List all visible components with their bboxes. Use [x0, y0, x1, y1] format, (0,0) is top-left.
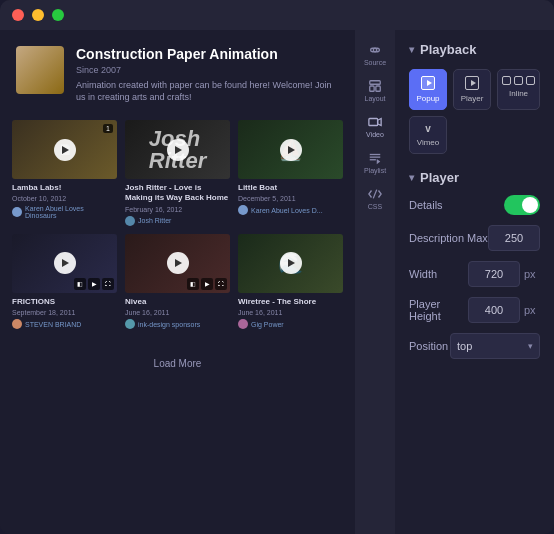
play-button[interactable]: [167, 252, 189, 274]
app-window: Construction Paper Animation Since 2007 …: [0, 0, 554, 534]
link-icon: [368, 43, 382, 57]
width-control: px: [468, 261, 540, 287]
channel-avatar: [16, 46, 64, 94]
description-max-label: Description Max: [409, 232, 488, 244]
video-date: June 16, 2011: [125, 309, 230, 316]
sidebar-item-video[interactable]: Video: [359, 110, 391, 142]
popup-label: Popup: [416, 94, 439, 103]
video-date: December 5, 2011: [238, 195, 343, 202]
video-thumbnail: JoshRitter: [125, 120, 230, 179]
svg-line-8: [373, 189, 377, 198]
video-thumbnail: ◧ ▶ ⛶: [12, 234, 117, 293]
video-author: ink-design sponsors: [125, 319, 230, 329]
avatar-image: [16, 46, 64, 94]
channel-info: Construction Paper Animation Since 2007 …: [76, 46, 339, 104]
author-name: STEVEN BRIAND: [25, 321, 81, 328]
description-max-input[interactable]: [488, 225, 540, 251]
titlebar: [0, 0, 554, 30]
height-unit: px: [524, 304, 540, 316]
close-dot[interactable]: [12, 9, 24, 21]
video-title: Josh Ritter - Love is Making its Way Bac…: [125, 183, 230, 204]
width-unit: px: [524, 268, 540, 280]
details-toggle[interactable]: [504, 195, 540, 215]
video-card[interactable]: ⛵ Little Boat December 5, 2011 Karen Abu…: [238, 120, 343, 226]
vimeo-logo: v: [425, 123, 431, 134]
author-avatar: [125, 319, 135, 329]
channel-since: Since 2007: [76, 65, 339, 75]
height-label: Player Height: [409, 298, 468, 322]
sidebar-label-playlist: Playlist: [364, 167, 386, 174]
playback-option-vimeo[interactable]: v Vimeo: [409, 116, 447, 154]
load-more-button[interactable]: Load More: [154, 358, 202, 369]
width-label: Width: [409, 268, 437, 280]
author-avatar: [238, 205, 248, 215]
player-title: Player: [420, 170, 459, 185]
svg-rect-1: [370, 86, 374, 91]
video-date: February 16, 2012: [125, 206, 230, 213]
video-title: Wiretree - The Shore: [238, 297, 343, 307]
playback-option-inline[interactable]: Inline: [497, 69, 540, 110]
height-row: Player Height px: [409, 297, 540, 323]
thumb-icon: ◧: [74, 278, 86, 290]
video-card[interactable]: 📄 1 Lamba Labs! October 10, 2012 Karen A…: [12, 120, 117, 226]
details-row: Details: [409, 195, 540, 215]
minimize-dot[interactable]: [32, 9, 44, 21]
video-thumbnail: ⛵: [238, 120, 343, 179]
author-avatar: [12, 319, 22, 329]
author-avatar: [238, 319, 248, 329]
sidebar-item-playlist[interactable]: Playlist: [359, 146, 391, 178]
popup-play-icon: [421, 76, 435, 90]
height-input[interactable]: [468, 297, 520, 323]
video-author: Karen Abuel Loves D...: [238, 205, 343, 215]
settings-panel: ▾ Playback Popup: [395, 30, 554, 534]
playback-option-popup[interactable]: Popup: [409, 69, 447, 110]
layout-icon: [368, 79, 382, 93]
video-card[interactable]: ◧ ▶ ⛶ Nivea June 16, 2011 ink-design spo…: [125, 234, 230, 329]
inline-icon-sm: [502, 76, 511, 85]
svg-rect-2: [376, 86, 380, 91]
playlist-icon: [368, 151, 382, 165]
vimeo-channel-panel: Construction Paper Animation Since 2007 …: [0, 30, 355, 534]
channel-description: Animation created with paper can be foun…: [76, 79, 339, 104]
video-card[interactable]: ◧ ▶ ⛶ FRICTIONS September 18, 2011 STEVE…: [12, 234, 117, 329]
play-button[interactable]: [54, 139, 76, 161]
video-icon: [368, 115, 382, 129]
chevron-down-icon: ▾: [409, 172, 414, 183]
video-thumbnail: ◧ ▶ ⛶: [125, 234, 230, 293]
popup-icon-row: [421, 76, 435, 90]
description-max-row: Description Max: [409, 225, 540, 251]
author-name: Gig Power: [251, 321, 284, 328]
play-button[interactable]: [280, 252, 302, 274]
video-author: Karen Abuel Loves Dinosaurs: [12, 205, 117, 219]
player-section: ▾ Player Details Description Max: [409, 170, 540, 359]
video-title: Lamba Labs!: [12, 183, 117, 193]
video-thumbnail: 🌊: [238, 234, 343, 293]
channel-name: Construction Paper Animation: [76, 46, 339, 63]
css-icon: [368, 187, 382, 201]
player-play-icon: [465, 76, 479, 90]
sidebar-item-css[interactable]: CSS: [359, 182, 391, 214]
video-card[interactable]: 🌊 Wiretree - The Shore June 16, 2011 Gig…: [238, 234, 343, 329]
inline-label: Inline: [509, 89, 528, 98]
svg-rect-0: [370, 80, 381, 84]
description-max-control: [488, 225, 540, 251]
maximize-dot[interactable]: [52, 9, 64, 21]
sidebar-item-layout[interactable]: Layout: [359, 74, 391, 106]
position-select[interactable]: top ▾: [450, 333, 540, 359]
width-input[interactable]: [468, 261, 520, 287]
video-card[interactable]: JoshRitter Josh Ritter - Love is Making …: [125, 120, 230, 226]
thumb-badge: 1: [103, 124, 113, 133]
video-date: September 18, 2011: [12, 309, 117, 316]
position-row: Position top ▾: [409, 333, 540, 359]
video-grid: 📄 1 Lamba Labs! October 10, 2012 Karen A…: [0, 120, 355, 341]
video-title: FRICTIONS: [12, 297, 117, 307]
thumb-icons: ◧ ▶ ⛶: [187, 278, 227, 290]
play-button[interactable]: [54, 252, 76, 274]
author-avatar: [12, 207, 22, 217]
sidebar-item-source[interactable]: Source: [359, 38, 391, 70]
author-avatar: [125, 216, 135, 226]
playback-option-player[interactable]: Player: [453, 69, 491, 110]
play-button[interactable]: [167, 139, 189, 161]
play-button[interactable]: [280, 139, 302, 161]
player-label: Player: [461, 94, 484, 103]
